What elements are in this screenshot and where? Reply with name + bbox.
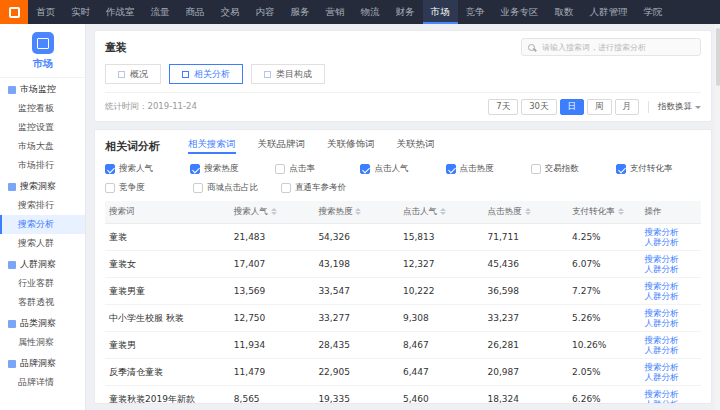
app-logo[interactable]	[0, 0, 28, 24]
top-nav-item[interactable]: 内容	[248, 0, 283, 24]
sidebar-item[interactable]: 监控设置	[0, 118, 85, 137]
word-type-tab[interactable]: 相关搜索词	[188, 138, 236, 154]
checkbox[interactable]	[360, 164, 370, 174]
search-analysis-link[interactable]: 搜索分析	[645, 281, 697, 291]
search-input[interactable]	[540, 42, 694, 53]
date-range-button[interactable]: 月	[615, 99, 640, 115]
top-nav-item[interactable]: 财务	[388, 0, 423, 24]
sort-icon[interactable]	[271, 208, 277, 215]
metric-checkbox-item[interactable]: 商城点击占比	[193, 182, 281, 194]
view-tab[interactable]: 类目构成	[251, 64, 325, 84]
date-row: 统计时间：2019-11-24 7天 30天 日 周 月	[105, 92, 701, 121]
sidebar-item[interactable]: 搜索人群	[0, 234, 85, 253]
checkbox[interactable]	[105, 164, 115, 174]
top-nav-item[interactable]: 营销	[318, 0, 353, 24]
top-nav-item[interactable]: 取数	[547, 0, 582, 24]
crowd-analysis-link[interactable]: 人群分析	[645, 399, 697, 404]
crowd-analysis-link[interactable]: 人群分析	[645, 291, 697, 301]
metric-checkbox-item[interactable]: 交易指数	[531, 163, 616, 175]
sidebar-item[interactable]: 品牌详情	[0, 373, 85, 392]
col-click-heat: 点击热度	[484, 201, 569, 224]
top-nav-item[interactable]: 首页	[28, 0, 63, 24]
sidebar-item-label: 搜索分析	[18, 218, 54, 231]
crowd-analysis-link[interactable]: 人群分析	[645, 264, 697, 274]
sidebar-item[interactable]: 监控看板	[0, 99, 85, 118]
sidebar-item[interactable]: 品类洞察	[0, 314, 85, 333]
sidebar-item[interactable]: 搜索洞察	[0, 177, 85, 196]
checkbox[interactable]	[531, 164, 541, 174]
checkbox[interactable]	[275, 164, 285, 174]
metric-checkbox-item[interactable]: 直通车参考价	[281, 182, 369, 194]
top-nav-item[interactable]: 交易	[213, 0, 248, 24]
top-nav-item[interactable]: 物流	[353, 0, 388, 24]
sort-icon[interactable]	[355, 208, 361, 215]
metric-checkbox-item[interactable]: 点击率	[275, 163, 360, 175]
top-nav-item[interactable]: 流量	[143, 0, 178, 24]
checkbox[interactable]	[193, 183, 203, 193]
sidebar-item[interactable]: 品牌洞察	[0, 354, 85, 373]
search-analysis-link[interactable]: 搜索分析	[645, 254, 697, 264]
sidebar-item[interactable]: 行业客群	[0, 274, 85, 293]
top-nav-item[interactable]: 业务专区	[493, 0, 547, 24]
top-nav-item[interactable]: 竞争	[458, 0, 493, 24]
crowd-analysis-link[interactable]: 人群分析	[645, 318, 697, 328]
search-heat-value: 19,335	[314, 386, 399, 405]
checkbox[interactable]	[190, 164, 200, 174]
date-range-button[interactable]: 7天	[488, 99, 518, 115]
search-analysis-link[interactable]: 搜索分析	[645, 335, 697, 345]
sidebar-item[interactable]: 市场监控	[0, 80, 85, 99]
sidebar-item[interactable]: 搜索分析	[0, 215, 85, 234]
sidebar-item[interactable]: 人群洞察	[0, 255, 85, 274]
date-range-button[interactable]: 30天	[521, 99, 556, 115]
metric-checkbox-item[interactable]: 点击热度	[446, 163, 531, 175]
metric-checkbox-item[interactable]: 搜索热度	[190, 163, 275, 175]
search-box[interactable]	[521, 38, 701, 56]
date-range-button[interactable]: 周	[587, 99, 612, 115]
search-heat-value: 43,198	[314, 251, 399, 278]
crowd-analysis-link[interactable]: 人群分析	[645, 345, 697, 355]
index-convert-link[interactable]: 指数换算	[658, 101, 701, 113]
sidebar-item-label: 品类洞察	[20, 317, 56, 330]
checkbox[interactable]	[281, 183, 291, 193]
top-nav-item[interactable]: 商品	[178, 0, 213, 24]
word-type-tab[interactable]: 关联品牌词	[258, 138, 306, 154]
sort-icon[interactable]	[525, 208, 531, 215]
checkbox[interactable]	[446, 164, 456, 174]
word-type-tab[interactable]: 关联修饰词	[327, 138, 375, 154]
sidebar-item[interactable]: 市场排行	[0, 156, 85, 175]
sidebar-item[interactable]: 客群透视	[0, 293, 85, 312]
crowd-analysis-link[interactable]: 人群分析	[645, 237, 697, 247]
search-pop-value: 11,934	[230, 332, 315, 359]
metric-checkbox-item[interactable]: 点击人气	[360, 163, 445, 175]
sort-icon[interactable]	[618, 208, 624, 215]
checkbox[interactable]	[105, 183, 115, 193]
date-range-button[interactable]: 日	[560, 99, 585, 115]
metric-label: 竞争度	[119, 182, 145, 194]
metric-checkbox-item[interactable]: 支付转化率	[616, 163, 701, 175]
search-term: 童装男	[105, 332, 230, 359]
top-nav-item[interactable]: 人群管理	[582, 0, 636, 24]
metric-checkbox-item[interactable]: 搜索人气	[105, 163, 190, 175]
search-analysis-link[interactable]: 搜索分析	[645, 308, 697, 318]
top-nav-item[interactable]: 实时	[63, 0, 98, 24]
pay-rate-value: 4.25%	[568, 224, 640, 251]
view-tab[interactable]: 概况	[105, 64, 161, 84]
search-analysis-link[interactable]: 搜索分析	[645, 227, 697, 237]
crowd-analysis-link[interactable]: 人群分析	[645, 372, 697, 382]
top-nav-item[interactable]: 服务	[283, 0, 318, 24]
search-analysis-link[interactable]: 搜索分析	[645, 362, 697, 372]
top-nav-item[interactable]: 作战室	[98, 0, 143, 24]
scrollbar-thumb[interactable]	[716, 28, 720, 86]
sidebar-item[interactable]: 市场大盘	[0, 137, 85, 156]
search-analysis-link[interactable]: 搜索分析	[645, 389, 697, 399]
sidebar-item[interactable]: 搜索排行	[0, 196, 85, 215]
sidebar-item[interactable]: 属性洞察	[0, 333, 85, 352]
sort-icon[interactable]	[440, 208, 446, 215]
view-tab[interactable]: 相关分析	[169, 64, 243, 84]
checkbox[interactable]	[616, 164, 626, 174]
word-type-tab[interactable]: 关联热词	[397, 138, 435, 154]
top-nav-item[interactable]: 学院	[636, 0, 671, 24]
scrollbar[interactable]	[715, 24, 720, 410]
top-nav-item[interactable]: 市场	[423, 0, 458, 24]
metric-checkbox-item[interactable]: 竞争度	[105, 182, 193, 194]
